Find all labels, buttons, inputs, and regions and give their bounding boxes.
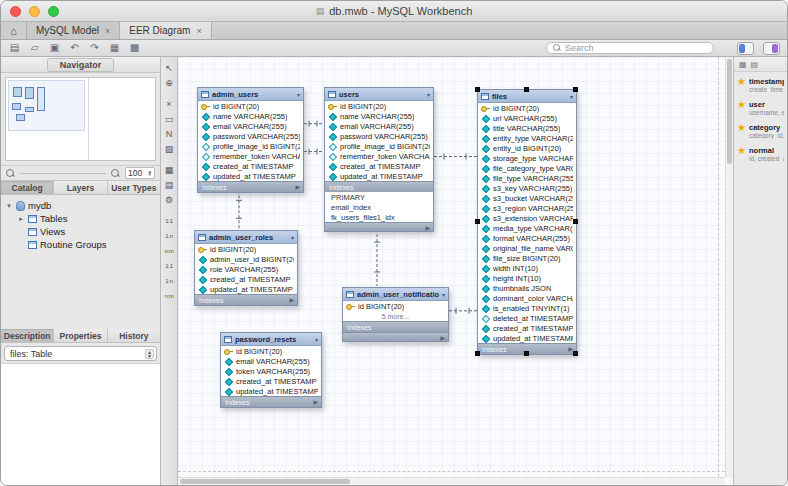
table-tool[interactable]: ▦ bbox=[163, 164, 176, 176]
tree-item-views[interactable]: Views bbox=[3, 225, 158, 238]
save-model-icon[interactable]: ▣ bbox=[48, 43, 61, 53]
er-table-admin_user_notifications[interactable]: admin_user_notifications▾id BIGINT(20)5 … bbox=[342, 287, 449, 342]
index-row[interactable]: PRIMARY bbox=[325, 192, 433, 202]
tab-history[interactable]: History bbox=[108, 329, 160, 342]
selection-handle[interactable] bbox=[573, 351, 578, 356]
toggle-left-sidebar-button[interactable] bbox=[737, 42, 754, 55]
column-row[interactable]: password VARCHAR(255) bbox=[325, 131, 433, 141]
navigator-minimap[interactable] bbox=[5, 77, 156, 161]
rel-1-1-non-identifying-tool[interactable]: 1:1 bbox=[163, 215, 176, 227]
selection-handle[interactable] bbox=[573, 87, 578, 92]
indexes-bar[interactable]: Indexes▶ bbox=[198, 181, 303, 192]
canvas-vertical-scrollbar[interactable] bbox=[725, 57, 733, 477]
zoom-slider[interactable] bbox=[20, 173, 106, 174]
column-row[interactable]: media_type VARCHAR(255) bbox=[478, 223, 576, 233]
column-row[interactable]: created_at TIMESTAMP bbox=[478, 323, 576, 333]
tree-item-tables[interactable]: ▸ Tables bbox=[3, 212, 158, 225]
list-view-icon[interactable]: ▤ bbox=[751, 60, 759, 69]
column-row[interactable]: url VARCHAR(255) bbox=[478, 113, 576, 123]
toggle-right-sidebar-button[interactable] bbox=[763, 42, 780, 55]
column-row[interactable]: storage_type VARCHAR(255) bbox=[478, 153, 576, 163]
er-table-files[interactable]: files▾id BIGINT(20)url VARCHAR(255)title… bbox=[477, 89, 577, 355]
column-row[interactable]: updated_at TIMESTAMP bbox=[221, 386, 321, 396]
index-row[interactable]: fk_users_files1_idx bbox=[325, 212, 433, 222]
column-row[interactable]: role VARCHAR(255) bbox=[195, 264, 297, 274]
toggle-grid-icon[interactable]: ▩ bbox=[128, 43, 141, 53]
view-tool[interactable]: ▤ bbox=[163, 179, 176, 191]
template-normal[interactable]: ★normalid, created_a... bbox=[737, 146, 784, 162]
column-row[interactable]: created_at TIMESTAMP bbox=[195, 274, 297, 284]
collapse-arrow-icon[interactable]: ▾ bbox=[427, 91, 430, 98]
scrollbar-thumb[interactable] bbox=[180, 479, 350, 484]
column-row[interactable]: id BIGINT(20) bbox=[198, 101, 303, 111]
column-row[interactable]: email VARCHAR(255) bbox=[325, 121, 433, 131]
indexes-bar[interactable]: Indexes bbox=[325, 181, 433, 192]
snap-to-grid-icon[interactable]: ▦ bbox=[108, 43, 121, 53]
table-header[interactable]: users▾ bbox=[325, 88, 433, 101]
column-row[interactable]: format VARCHAR(255) bbox=[478, 233, 576, 243]
selection-handle[interactable] bbox=[524, 351, 529, 356]
column-row[interactable]: id BIGINT(20) bbox=[478, 103, 576, 113]
selection-handle[interactable] bbox=[475, 351, 480, 356]
column-row[interactable]: entity_type VARCHAR(255) bbox=[478, 133, 576, 143]
tree-item-mydb[interactable]: ▾ mydb bbox=[3, 199, 158, 212]
table-header[interactable]: password_resets▾ bbox=[221, 333, 321, 346]
column-row[interactable]: updated_at TIMESTAMP bbox=[325, 171, 433, 181]
combo-stepper-icon[interactable]: ▲▼ bbox=[145, 349, 154, 359]
er-table-password_resets[interactable]: password_resets▾id BIGINT(20)email VARCH… bbox=[220, 332, 322, 408]
column-row[interactable]: s3_bucket VARCHAR(255) bbox=[478, 193, 576, 203]
tab-user-types[interactable]: User Types bbox=[108, 181, 160, 194]
tab-eer-diagram[interactable]: EER Diagram × bbox=[120, 22, 211, 39]
image-tool[interactable]: ▨ bbox=[163, 143, 176, 155]
column-row[interactable]: s3_key VARCHAR(255) bbox=[478, 183, 576, 193]
zoom-stepper[interactable]: ▲▼ bbox=[148, 170, 152, 177]
hand-tool[interactable]: ⊕ bbox=[163, 77, 176, 89]
column-row[interactable]: token VARCHAR(255) bbox=[221, 366, 321, 376]
column-row[interactable]: password VARCHAR(255) bbox=[198, 131, 303, 141]
rel-1-n-non-identifying-tool[interactable]: 1:n bbox=[163, 230, 176, 242]
new-document-icon[interactable]: ▤ bbox=[8, 43, 21, 53]
column-row[interactable]: remember_token VARCHAR(100) bbox=[325, 151, 433, 161]
column-row[interactable]: id BIGINT(20) bbox=[343, 301, 448, 311]
zoom-out-icon[interactable] bbox=[6, 169, 15, 178]
close-tab-icon[interactable]: × bbox=[196, 26, 201, 36]
column-row[interactable]: height INT(10) bbox=[478, 273, 576, 283]
zoom-level-input[interactable]: 100 ▲▼ bbox=[125, 167, 155, 179]
rel-existing-columns-tool[interactable]: n:m bbox=[163, 290, 176, 302]
column-row[interactable]: thumbnails JSON bbox=[478, 283, 576, 293]
column-row[interactable]: email VARCHAR(255) bbox=[198, 121, 303, 131]
table-bottom-bar[interactable]: ▶ bbox=[343, 332, 448, 341]
template-timestamps[interactable]: ★timestampscreate_time... bbox=[737, 77, 784, 93]
column-row[interactable]: original_file_name VARCHAR(255) bbox=[478, 243, 576, 253]
note-tool[interactable]: N bbox=[163, 128, 176, 140]
column-row[interactable]: name VARCHAR(255) bbox=[198, 111, 303, 121]
search-box[interactable] bbox=[546, 42, 714, 54]
column-row[interactable]: entity_id BIGINT(20) bbox=[478, 143, 576, 153]
template-user[interactable]: ★userusername, e... bbox=[737, 100, 784, 116]
column-row[interactable]: file_type VARCHAR(255) bbox=[478, 173, 576, 183]
column-row[interactable]: is_enabled TINYINT(1) bbox=[478, 303, 576, 313]
redo-icon[interactable]: ↷ bbox=[88, 43, 101, 53]
template-category[interactable]: ★categorycategory_id... bbox=[737, 123, 784, 139]
tab-mysql-model[interactable]: MySQL Model × bbox=[27, 22, 120, 39]
table-header[interactable]: admin_users▾ bbox=[198, 88, 303, 101]
rel-1-1-identifying-tool[interactable]: 1:1 bbox=[163, 260, 176, 272]
navigator-tab[interactable]: Navigator bbox=[47, 58, 115, 72]
column-row[interactable]: width INT(10) bbox=[478, 263, 576, 273]
collapse-arrow-icon[interactable]: ▾ bbox=[297, 91, 300, 98]
column-row[interactable]: profile_image_id BIGINT(20) bbox=[198, 141, 303, 151]
column-row[interactable]: updated_at TIMESTAMP bbox=[478, 333, 576, 343]
layer-tool[interactable]: ▭ bbox=[163, 113, 176, 125]
column-row[interactable]: title VARCHAR(255) bbox=[478, 123, 576, 133]
column-row[interactable]: created_at TIMESTAMP bbox=[325, 161, 433, 171]
collapse-arrow-icon[interactable]: ▾ bbox=[570, 93, 573, 100]
column-row[interactable]: id BIGINT(20) bbox=[325, 101, 433, 111]
tab-description[interactable]: Description bbox=[1, 329, 54, 342]
home-tab[interactable]: ⌂ bbox=[1, 22, 27, 39]
selection-handle[interactable] bbox=[475, 87, 480, 92]
er-table-admin_user_roles[interactable]: admin_user_roles▾id BIGINT(20)admin_user… bbox=[194, 230, 298, 306]
selection-combo[interactable]: files: Table ▲▼ bbox=[4, 346, 157, 361]
collapse-arrow-icon[interactable]: ▾ bbox=[291, 234, 294, 241]
tab-layers[interactable]: Layers bbox=[54, 181, 107, 194]
scrollbar-thumb[interactable] bbox=[727, 59, 732, 164]
